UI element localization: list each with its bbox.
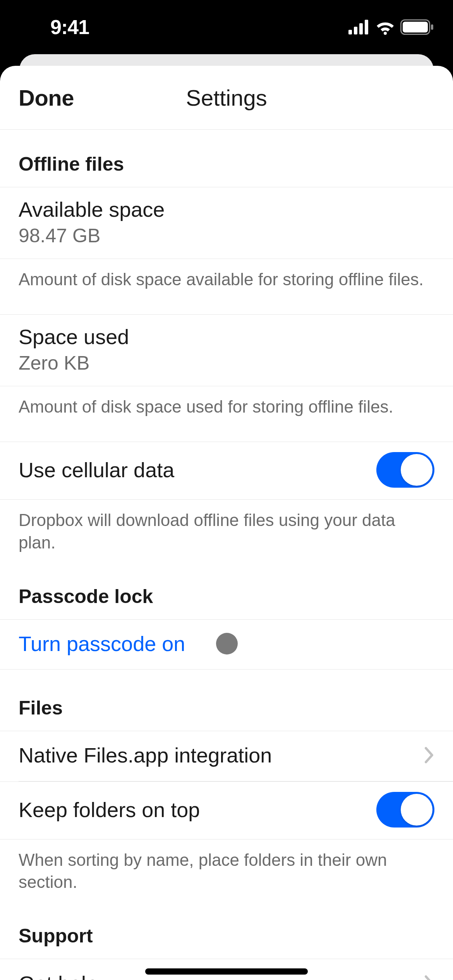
- svg-rect-0: [348, 30, 352, 34]
- use-cellular-toggle[interactable]: [376, 452, 434, 488]
- get-help-label: Get help: [19, 971, 98, 980]
- space-used-label: Space used: [19, 325, 129, 349]
- svg-rect-2: [359, 23, 363, 34]
- status-bar: 9:41: [0, 0, 453, 54]
- turn-passcode-on-row[interactable]: Turn passcode on: [0, 619, 453, 670]
- available-space-value: 98.47 GB: [19, 224, 100, 247]
- use-cellular-label: Use cellular data: [19, 458, 174, 482]
- space-used-value: Zero KB: [19, 352, 89, 374]
- use-cellular-footer: Dropbox will download offline files usin…: [0, 500, 453, 569]
- native-files-row[interactable]: Native Files.app integration: [0, 731, 453, 781]
- keep-folders-toggle[interactable]: [376, 792, 434, 828]
- settings-sheet: Done Settings Offline files Available sp…: [0, 66, 453, 980]
- section-header-support: Support: [0, 909, 453, 959]
- use-cellular-row[interactable]: Use cellular data: [0, 442, 453, 500]
- keep-folders-row[interactable]: Keep folders on top: [0, 781, 453, 840]
- section-header-passcode: Passcode lock: [0, 570, 453, 619]
- passcode-dot-icon: [216, 633, 238, 654]
- keep-folders-footer: When sorting by name, place folders in t…: [0, 840, 453, 909]
- svg-rect-7: [431, 24, 433, 30]
- done-button[interactable]: Done: [19, 85, 74, 111]
- status-time: 9:41: [50, 15, 89, 39]
- svg-rect-3: [365, 20, 368, 34]
- status-indicators: [348, 19, 434, 35]
- sheet-header: Done Settings: [0, 66, 453, 130]
- home-indicator[interactable]: [145, 968, 308, 975]
- wifi-icon: [375, 19, 396, 35]
- chevron-right-icon: [424, 975, 434, 980]
- chevron-right-icon: [424, 747, 434, 764]
- page-title: Settings: [186, 85, 267, 111]
- section-header-offline: Offline files: [0, 130, 453, 187]
- available-space-label: Available space: [19, 197, 165, 221]
- space-used-footer: Amount of disk space used for storing of…: [0, 386, 453, 434]
- space-used-row: Space used Zero KB: [0, 314, 453, 386]
- svg-point-4: [384, 32, 387, 35]
- cellular-icon: [348, 20, 370, 34]
- available-space-row: Available space 98.47 GB: [0, 187, 453, 259]
- battery-icon: [400, 19, 434, 35]
- turn-passcode-on-label: Turn passcode on: [19, 632, 185, 656]
- available-space-footer: Amount of disk space available for stori…: [0, 259, 453, 307]
- svg-rect-6: [403, 22, 428, 33]
- svg-rect-1: [354, 27, 357, 34]
- section-header-files: Files: [0, 670, 453, 731]
- keep-folders-label: Keep folders on top: [19, 798, 200, 822]
- native-files-label: Native Files.app integration: [19, 743, 272, 767]
